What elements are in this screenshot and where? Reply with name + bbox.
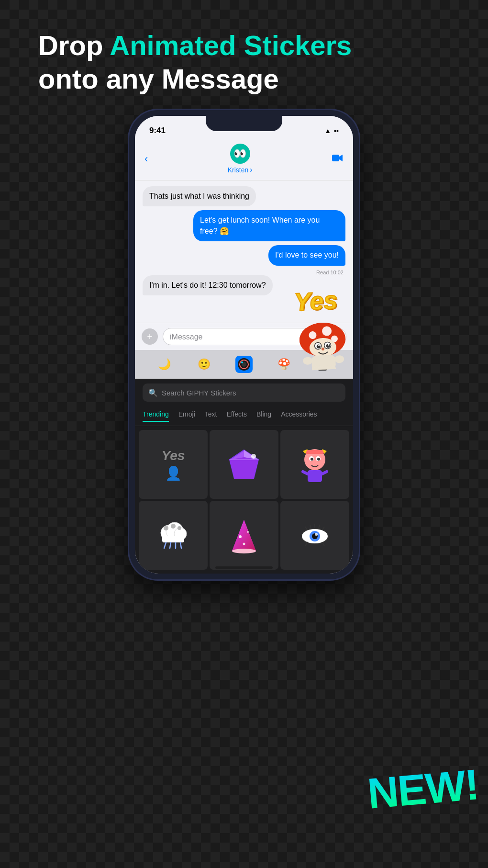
message-row: Thats just what I was thinking	[143, 186, 345, 206]
phone-mockup: 9:41 ▲ ▪▪ ‹ 👀 Kristen	[129, 110, 359, 589]
svg-line-31	[180, 542, 181, 548]
svg-line-19	[303, 472, 308, 474]
svg-line-29	[170, 542, 171, 548]
svg-point-37	[243, 542, 245, 545]
svg-point-64	[303, 357, 313, 365]
emoji-icon[interactable]: 🙂	[196, 356, 213, 373]
giphy-tabs: Trending Emoji Text Effects Bling Access…	[135, 406, 353, 426]
back-button[interactable]: ‹	[144, 153, 148, 165]
header-section: Drop Animated Stickers onto any Message	[0, 0, 488, 110]
tab-text[interactable]: Text	[205, 410, 217, 422]
svg-rect-17	[305, 450, 324, 454]
svg-line-41	[319, 525, 320, 529]
svg-point-26	[171, 524, 176, 529]
memoji-icon[interactable]: 🌙	[156, 356, 173, 373]
video-call-button[interactable]	[332, 153, 344, 165]
tab-bling[interactable]: Bling	[256, 410, 271, 422]
svg-point-46	[315, 533, 318, 536]
new-badge-text: NEW!	[366, 763, 480, 815]
battery-icon: ▪▪	[334, 127, 339, 135]
sticker-character[interactable]	[280, 430, 349, 499]
giphy-search-bar: 🔍 Search GIPHY Stickers	[135, 379, 353, 406]
message-row: I'd love to see you!	[143, 245, 345, 265]
phone-notch	[206, 116, 282, 131]
message-bubble: I'd love to see you!	[268, 245, 345, 265]
sticker-icon[interactable]: 🍄	[275, 356, 292, 373]
header-line1: Drop	[38, 30, 110, 61]
svg-point-16	[317, 458, 320, 461]
svg-point-4	[241, 361, 243, 363]
giphy-icon[interactable]	[235, 356, 253, 373]
sticker-diamond[interactable]	[210, 430, 278, 499]
contact-name: Kristen	[228, 166, 253, 174]
message-bubble: Let's get lunch soon! When are you free?…	[193, 210, 345, 241]
svg-line-20	[322, 472, 327, 474]
svg-rect-24	[162, 536, 184, 542]
phone-screen: 9:41 ▲ ▪▪ ‹ 👀 Kristen	[135, 116, 353, 574]
nav-bar: ‹ 👀 Kristen	[135, 140, 353, 180]
message-bubble: Thats just what I was thinking	[143, 186, 256, 206]
svg-point-35	[239, 535, 242, 538]
wifi-icon: ▲	[324, 127, 331, 135]
sticker-grid: Yes 👤	[135, 426, 353, 574]
tab-emoji[interactable]: Emoji	[178, 410, 195, 422]
svg-point-36	[247, 531, 249, 533]
header-title: Drop Animated Stickers onto any Message	[38, 29, 488, 95]
contact-avatar: 👀	[230, 144, 250, 164]
sticker-eye[interactable]	[280, 501, 349, 570]
svg-point-15	[311, 458, 313, 461]
yes-floating-sticker: Yes	[293, 287, 350, 374]
home-indicator	[215, 566, 273, 569]
svg-point-65	[334, 355, 344, 363]
header-line2: onto any Message	[38, 63, 279, 94]
svg-line-39	[310, 525, 311, 529]
yes-sticker-text: Yes	[293, 287, 347, 315]
svg-line-28	[164, 542, 166, 548]
svg-point-34	[232, 549, 256, 553]
svg-point-11	[251, 454, 256, 459]
search-icon: 🔍	[148, 388, 158, 397]
add-attachment-button[interactable]: +	[142, 328, 158, 345]
tab-effects[interactable]: Effects	[226, 410, 247, 422]
message-row: Let's get lunch soon! When are you free?…	[143, 210, 345, 241]
tab-accessories[interactable]: Accessories	[281, 410, 317, 422]
read-receipt: Read 10:02	[143, 270, 345, 275]
status-icons: ▲ ▪▪	[324, 127, 339, 135]
svg-point-27	[177, 526, 181, 530]
new-badge: NEW!	[367, 767, 478, 811]
message-bubble: I'm in. Let's do it! 12:30 tomorrow?	[143, 275, 273, 295]
contact-info[interactable]: 👀 Kristen	[228, 144, 253, 174]
sticker-cloud[interactable]	[139, 501, 208, 570]
svg-point-25	[164, 526, 168, 530]
header-accent: Animated Stickers	[110, 30, 352, 61]
search-placeholder: Search GIPHY Stickers	[162, 389, 236, 397]
svg-rect-18	[308, 470, 322, 482]
tab-trending[interactable]: Trending	[143, 410, 169, 422]
status-time: 9:41	[149, 126, 166, 135]
sticker-yes[interactable]: Yes 👤	[139, 430, 208, 499]
svg-marker-9	[230, 457, 258, 479]
search-box[interactable]: 🔍 Search GIPHY Stickers	[143, 383, 345, 402]
sticker-wizard-hat[interactable]	[210, 501, 278, 570]
phone-shell: 9:41 ▲ ▪▪ ‹ 👀 Kristen	[129, 110, 359, 579]
svg-marker-33	[232, 520, 256, 551]
svg-rect-0	[332, 155, 339, 161]
